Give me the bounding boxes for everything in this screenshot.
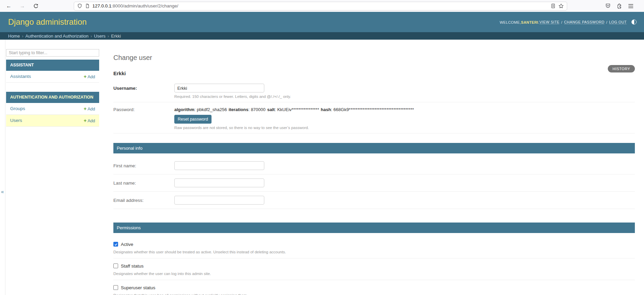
- welcome-text: WELCOME,: [499, 20, 521, 24]
- browser-chrome: ← → 127.0.0.1:8000/admin/auth/user/2/cha…: [0, 0, 644, 12]
- breadcrumb-separator: ›: [91, 34, 92, 39]
- breadcrumb-home[interactable]: Home: [8, 34, 20, 39]
- active-row: Active Designates whether this user shou…: [113, 237, 635, 258]
- sidebar-item-users[interactable]: Users +Add: [6, 115, 99, 127]
- sidebar-item-assistants[interactable]: Assistants +Add: [6, 71, 99, 83]
- user-tools: WELCOME, SANTERI . VIEW SITE / CHANGE PA…: [499, 20, 637, 25]
- account-fieldset: Username: Required. 150 characters or fe…: [113, 81, 635, 133]
- superuser-status-label: Superuser status: [121, 285, 155, 290]
- last-name-row: Last name:: [113, 174, 635, 192]
- breadcrumb-separator: ›: [22, 34, 23, 39]
- nav-sidebar: ASSISTANT Assistants +Add AUTHENTICATION…: [5, 40, 99, 295]
- password-hash-display: algorithm: pbkdf2_sha256iterations: 8700…: [174, 105, 635, 112]
- breadcrumb-separator: ›: [108, 34, 109, 39]
- reload-icon[interactable]: [33, 3, 39, 9]
- username-help-text: Required. 150 characters or fewer. Lette…: [174, 94, 635, 99]
- page-title: Change user: [113, 54, 635, 62]
- password-row: Password: algorithm: pbkdf2_sha256iterat…: [113, 102, 635, 133]
- username-row: Username: Required. 150 characters or fe…: [113, 81, 635, 102]
- superuser-status-checkbox[interactable]: [113, 285, 118, 290]
- permissions-heading: Permissions: [113, 223, 635, 233]
- tools-separator: /: [606, 20, 607, 24]
- password-label: Password:: [113, 105, 174, 130]
- sidebar-filter-input[interactable]: [6, 49, 99, 57]
- last-name-label: Last name:: [113, 178, 174, 187]
- breadcrumb-auth-app[interactable]: Authentication and Authorization: [25, 34, 88, 39]
- first-name-label: First name:: [113, 161, 174, 170]
- object-name-heading: Erkki: [113, 70, 635, 76]
- superuser-status-help-text: Designates that this user has all permis…: [113, 293, 635, 295]
- shield-icon[interactable]: [77, 3, 82, 8]
- staff-status-label: Staff status: [121, 264, 143, 269]
- email-label: Email address:: [113, 196, 174, 205]
- add-assistant-link[interactable]: +Add: [84, 74, 95, 79]
- username-input[interactable]: [174, 84, 264, 92]
- active-label: Active: [121, 242, 133, 247]
- first-name-row: First name:: [113, 157, 635, 174]
- browser-nav-buttons: ← →: [6, 3, 39, 9]
- add-group-link[interactable]: +Add: [84, 106, 95, 111]
- staff-status-help-text: Designates whether the user can log into…: [113, 272, 635, 276]
- active-help-text: Designates whether this user should be t…: [113, 250, 635, 254]
- url-text: 127.0.0.1:8000/admin/auth/user/2/change/: [92, 3, 548, 8]
- pocket-icon[interactable]: [605, 3, 611, 9]
- history-button[interactable]: HISTORY: [608, 65, 635, 72]
- breadcrumb: Home › Authentication and Authorization …: [0, 32, 644, 40]
- sidebar-collapse-icon[interactable]: «: [1, 189, 4, 194]
- menu-icon[interactable]: [628, 4, 634, 8]
- extensions-icon[interactable]: [617, 3, 622, 9]
- sidebar-section-auth: AUTHENTICATION AND AUTHORIZATION Groups …: [6, 92, 99, 127]
- url-bar[interactable]: 127.0.0.1:8000/admin/auth/user/2/change/: [74, 2, 567, 10]
- last-name-input[interactable]: [174, 178, 264, 187]
- checkmark-icon: [114, 243, 118, 246]
- groups-link[interactable]: Groups: [10, 106, 25, 111]
- forward-icon[interactable]: →: [20, 3, 25, 9]
- assistants-link[interactable]: Assistants: [10, 74, 31, 79]
- main-content: Change user HISTORY Erkki Username: Requ…: [99, 40, 644, 295]
- breadcrumb-users[interactable]: Users: [94, 34, 106, 39]
- url-host: 127.0.0.1: [92, 3, 111, 8]
- plus-icon: +: [84, 74, 86, 79]
- email-field[interactable]: [174, 196, 264, 205]
- change-password-link[interactable]: CHANGE PASSWORD: [564, 20, 604, 24]
- breadcrumb-current: Erkki: [111, 34, 121, 39]
- browser-toolbar-right: [605, 3, 634, 9]
- reader-mode-icon[interactable]: [551, 3, 556, 8]
- sidebar-item-groups[interactable]: Groups +Add: [6, 103, 99, 115]
- site-brand-link[interactable]: Django administration: [8, 17, 87, 27]
- personal-info-heading: Personal info: [113, 143, 635, 153]
- reset-password-button[interactable]: Reset password: [174, 115, 212, 124]
- active-checkbox[interactable]: [113, 242, 118, 247]
- log-out-link[interactable]: LOG OUT: [609, 20, 627, 24]
- staff-status-checkbox[interactable]: [113, 264, 118, 268]
- superuser-status-row: Superuser status Designates that this us…: [113, 280, 635, 295]
- add-user-link[interactable]: +Add: [84, 118, 95, 123]
- plus-icon: +: [84, 106, 86, 111]
- sidebar-section-assistant: ASSISTANT Assistants +Add: [6, 60, 99, 83]
- bookmark-star-icon[interactable]: [558, 3, 564, 9]
- sidebar-toggle-strip: «: [0, 40, 5, 295]
- current-username: SANTERI: [521, 20, 538, 24]
- first-name-input[interactable]: [174, 161, 264, 170]
- theme-toggle-icon[interactable]: [631, 20, 637, 25]
- view-site-link[interactable]: VIEW SITE: [539, 20, 559, 24]
- personal-info-fieldset: Personal info First name: Last name: Ema…: [113, 143, 635, 209]
- permissions-fieldset: Permissions Active Designates whether th…: [113, 223, 635, 295]
- page-icon[interactable]: [85, 3, 90, 8]
- users-link[interactable]: Users: [10, 118, 22, 123]
- object-tools: HISTORY: [608, 65, 635, 72]
- username-label: Username:: [113, 84, 174, 99]
- plus-icon: +: [84, 118, 86, 123]
- admin-header: Django administration WELCOME, SANTERI .…: [0, 12, 644, 32]
- sidebar-section-title: AUTHENTICATION AND AUTHORIZATION: [6, 92, 99, 103]
- password-help-text: Raw passwords are not stored, so there i…: [174, 126, 635, 130]
- url-path: :8000/admin/auth/user/2/change/: [111, 3, 178, 8]
- tools-separator: /: [561, 20, 562, 24]
- sidebar-section-title: ASSISTANT: [6, 60, 99, 71]
- email-row: Email address:: [113, 192, 635, 209]
- back-icon[interactable]: ←: [6, 3, 12, 9]
- staff-status-row: Staff status Designates whether the user…: [113, 258, 635, 280]
